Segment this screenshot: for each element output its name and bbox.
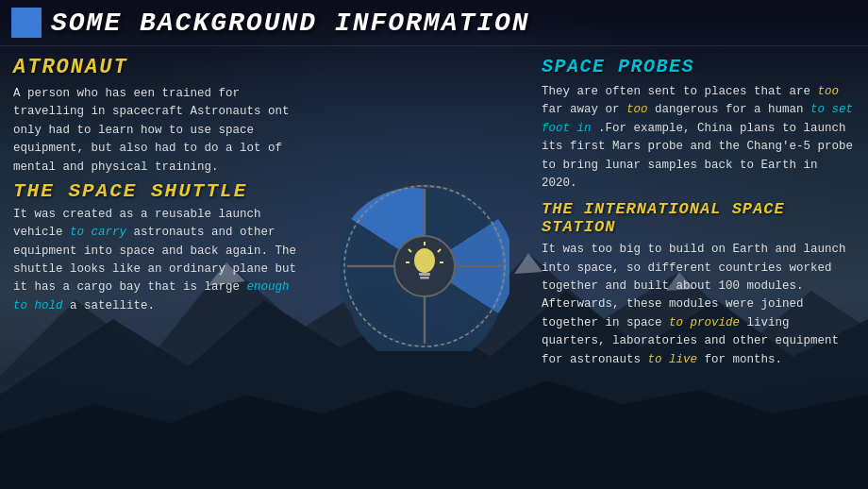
center-column — [321, 46, 528, 486]
astronaut-body: A person who has een trained for travell… — [13, 85, 308, 177]
probes-h2: too — [626, 103, 648, 116]
shuttle-title: The Space Shuttle — [13, 180, 308, 202]
right-column: Space Probes They are often sent to plac… — [528, 46, 868, 486]
svg-point-11 — [414, 248, 435, 273]
iss-body: It was too big to build on Earth and lau… — [542, 241, 855, 369]
main-layout: Atronaut A person who has een trained fo… — [0, 46, 868, 486]
iss-h1: to provide — [669, 316, 740, 329]
left-column: Atronaut A person who has een trained fo… — [0, 46, 321, 486]
astronaut-title: Atronaut — [13, 56, 308, 79]
page-content: Some Background Information Atronaut A p… — [0, 0, 868, 489]
shuttle-text-3: a satellite. — [63, 299, 156, 312]
iss-h2: to live — [648, 353, 698, 366]
svg-rect-12 — [419, 273, 430, 276]
probes-text-2: far away or — [542, 103, 626, 116]
iss-text-3: for months. — [697, 353, 782, 366]
svg-rect-13 — [420, 277, 429, 279]
shuttle-highlight-carry: to carry — [70, 226, 126, 239]
header-accent-box — [11, 8, 42, 38]
probes-h1: too — [818, 85, 840, 98]
probes-text-3: dangerous for a human — [648, 103, 811, 116]
header: Some Background Information — [0, 0, 868, 46]
probes-text-1: They are often sent to places that are — [542, 85, 818, 98]
shuttle-body: It was created as a reusable launch vehi… — [13, 206, 308, 315]
page-title: Some Background Information — [51, 8, 530, 38]
diagram-container — [340, 181, 509, 351]
iss-title: The International Space Station — [542, 200, 855, 236]
probes-title: Space Probes — [542, 56, 855, 77]
circle-diagram — [340, 181, 509, 351]
probes-body: They are often sent to places that are t… — [542, 83, 855, 193]
